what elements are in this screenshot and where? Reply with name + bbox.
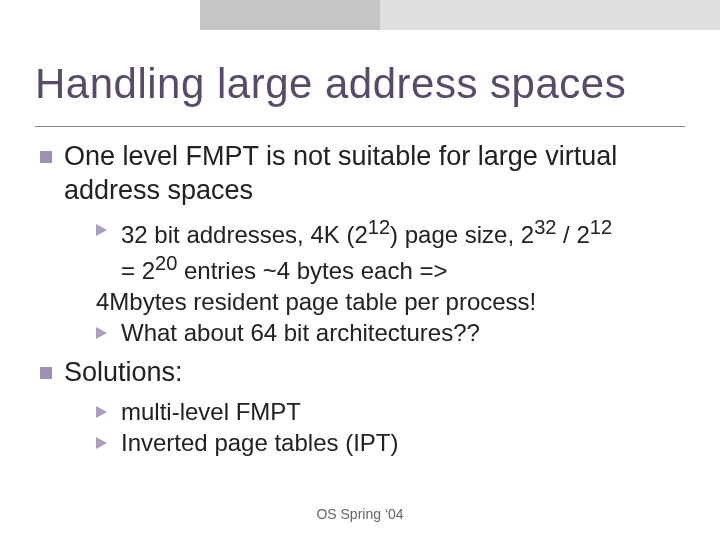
sub-text: Inverted page tables (IPT) xyxy=(121,427,685,458)
topbar-dark-segment xyxy=(200,0,380,30)
slide-title: Handling large address spaces xyxy=(35,60,626,108)
t: 32 bit addresses, 4K (2 xyxy=(121,221,368,248)
topbar-light-segment xyxy=(380,0,720,30)
sub-item: 32 bit addresses, 4K (212) page size, 23… xyxy=(96,214,685,250)
footer-text: OS Spring ‘04 xyxy=(0,506,720,522)
slide-content: One level FMPT is not suitable for large… xyxy=(40,140,685,466)
triangle-bullet-icon xyxy=(96,327,107,339)
t: = 2 xyxy=(121,257,155,284)
bullet-text: Solutions: xyxy=(64,356,685,390)
triangle-bullet-icon xyxy=(96,406,107,418)
sub-item: multi-level FMPT xyxy=(96,396,685,427)
topbar-decoration xyxy=(200,0,720,30)
sub-text: multi-level FMPT xyxy=(121,396,685,427)
t: entries ~4 bytes each => xyxy=(177,257,447,284)
bullet-text: One level FMPT is not suitable for large… xyxy=(64,140,685,208)
sub-item: What about 64 bit architectures?? xyxy=(96,317,685,348)
sub-bullets-2: multi-level FMPT Inverted page tables (I… xyxy=(96,396,685,458)
bullet-item-1: One level FMPT is not suitable for large… xyxy=(40,140,685,208)
title-underline xyxy=(35,126,685,127)
bullet-item-2: Solutions: xyxy=(40,356,685,390)
t: / 2 xyxy=(556,221,589,248)
sup: 32 xyxy=(534,216,556,238)
sup: 12 xyxy=(590,216,612,238)
sub-text: What about 64 bit architectures?? xyxy=(121,317,685,348)
triangle-bullet-icon xyxy=(96,224,107,236)
triangle-bullet-icon xyxy=(96,437,107,449)
sub-continuation-line-3: 4Mbytes resident page table per process! xyxy=(96,286,685,317)
sup: 20 xyxy=(155,252,177,274)
sub-bullets-1: 32 bit addresses, 4K (212) page size, 23… xyxy=(96,214,685,349)
sub-text: 32 bit addresses, 4K (212) page size, 23… xyxy=(121,214,685,250)
square-bullet-icon xyxy=(40,367,52,379)
sub-continuation: = 220 entries ~4 bytes each => xyxy=(121,250,685,286)
sub-item: Inverted page tables (IPT) xyxy=(96,427,685,458)
square-bullet-icon xyxy=(40,151,52,163)
sup: 12 xyxy=(368,216,390,238)
slide: Handling large address spaces One level … xyxy=(0,0,720,540)
t: ) page size, 2 xyxy=(390,221,534,248)
